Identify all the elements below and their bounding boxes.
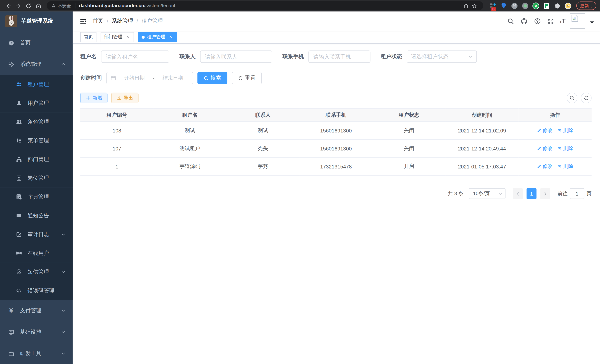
add-button-label: 新增 bbox=[93, 95, 102, 101]
sidebar-item-notice[interactable]: 通知公告 bbox=[0, 206, 73, 225]
share-button[interactable] bbox=[462, 1, 470, 10]
pagination-total: 共 3 条 bbox=[448, 190, 463, 197]
edit-link[interactable]: 修改 bbox=[537, 163, 553, 170]
extension-balloon-icon[interactable] bbox=[500, 2, 507, 9]
sidebar-item-infrastructure[interactable]: 基础设施 bbox=[0, 322, 73, 343]
browser-reload-button[interactable] bbox=[24, 1, 33, 10]
extensions-puzzle-icon[interactable] bbox=[553, 2, 561, 9]
export-button[interactable]: 导出 bbox=[111, 93, 138, 103]
page-number-button[interactable]: 1 bbox=[526, 188, 536, 199]
create-time-label: 创建时间 bbox=[80, 75, 102, 82]
sidebar-item-system[interactable]: 系统管理 bbox=[0, 54, 73, 75]
search-button[interactable]: 搜索 bbox=[197, 72, 227, 84]
filter-row-1: 租户名 联系人 联系手机 租户状态 请选择租户状态 bbox=[80, 50, 592, 63]
extension-tabs-icon[interactable]: 10 bbox=[489, 2, 497, 9]
tab-close-icon[interactable]: × bbox=[125, 34, 131, 40]
delete-link[interactable]: 删除 bbox=[558, 145, 573, 152]
calendar-icon bbox=[111, 75, 116, 81]
cell-contact: 芋艿 bbox=[226, 158, 300, 176]
toggle-search-button[interactable] bbox=[567, 93, 578, 103]
security-indicator[interactable]: 不安全 bbox=[51, 3, 71, 9]
contact-label: 联系人 bbox=[179, 53, 196, 60]
tab-label: 租户管理 bbox=[147, 34, 165, 40]
tab-close-icon[interactable]: × bbox=[168, 34, 173, 40]
sidebar-item-online-users[interactable]: 在线用户 bbox=[0, 244, 73, 262]
trash-icon bbox=[558, 164, 562, 169]
table-toolbar: 新增 导出 bbox=[80, 93, 592, 103]
pencil-icon bbox=[537, 146, 542, 151]
fullscreen-button[interactable] bbox=[546, 17, 555, 26]
breadcrumb-system[interactable]: 系统管理 bbox=[112, 18, 133, 25]
sidebar-item-user[interactable]: 用户管理 bbox=[0, 94, 73, 112]
page-size-select[interactable]: 10条/页 bbox=[469, 188, 506, 199]
sidebar-item-sms[interactable]: 短信管理 bbox=[0, 262, 73, 281]
browser-back-button[interactable] bbox=[4, 1, 13, 10]
col-contact: 联系人 bbox=[226, 109, 300, 121]
goto-page-input[interactable] bbox=[570, 188, 584, 199]
sidebar-item-role[interactable]: 角色管理 bbox=[0, 112, 73, 131]
sidebar-item-dict[interactable]: 字典管理 bbox=[0, 187, 73, 206]
tenant-name-label: 租户名 bbox=[80, 53, 96, 60]
chevron-right-icon bbox=[543, 191, 547, 196]
extension-record-icon[interactable] bbox=[521, 2, 529, 9]
bookmark-button[interactable] bbox=[470, 1, 478, 10]
edit-link[interactable]: 修改 bbox=[537, 145, 553, 152]
sidebar-item-label: 岗位管理 bbox=[28, 175, 49, 182]
sidebar-item-home[interactable]: 首页 bbox=[0, 32, 73, 54]
badge-icon bbox=[16, 175, 22, 181]
sidebar-logo[interactable]: 芋道管理系统 bbox=[0, 11, 73, 31]
back-arrow-icon bbox=[6, 3, 11, 9]
edit-link[interactable]: 修改 bbox=[537, 127, 553, 134]
reset-button[interactable]: 重置 bbox=[232, 72, 262, 84]
breadcrumb-home[interactable]: 首页 bbox=[93, 18, 103, 25]
delete-link[interactable]: 删除 bbox=[558, 163, 573, 170]
sidebar-collapse-button[interactable] bbox=[79, 17, 87, 25]
next-page-button[interactable] bbox=[540, 188, 550, 199]
extension-y-icon[interactable]: y bbox=[532, 2, 539, 9]
browser-menu-icon[interactable] bbox=[591, 3, 592, 8]
sidebar-item-menu[interactable]: 菜单管理 bbox=[0, 131, 73, 150]
sidebar-item-post[interactable]: 岗位管理 bbox=[0, 169, 73, 187]
cell-actions: 修改删除 bbox=[519, 158, 592, 176]
sidebar-item-dev-tools[interactable]: 研发工具 bbox=[0, 343, 73, 364]
sidebar-item-tenant[interactable]: 租户管理 bbox=[0, 75, 73, 94]
warning-icon bbox=[51, 3, 56, 8]
avatar-caret-icon[interactable] bbox=[590, 21, 594, 24]
address-bar[interactable]: 不安全 dashboard.yudao.iocoder.cn/system/te… bbox=[47, 1, 483, 10]
browser-forward-button[interactable] bbox=[14, 1, 23, 10]
contact-input[interactable] bbox=[200, 50, 272, 63]
url-text: dashboard.yudao.iocoder.cn/system/tenant bbox=[79, 3, 462, 9]
extension-command-icon[interactable]: ⌘ bbox=[511, 2, 518, 9]
create-time-range-picker[interactable]: 开始日期 - 结束日期 bbox=[106, 72, 193, 84]
broken-image-icon bbox=[571, 14, 579, 22]
delete-link[interactable]: 删除 bbox=[558, 127, 573, 134]
sidebar-item-error-code[interactable]: 错误码管理 bbox=[0, 281, 73, 300]
header-search-button[interactable] bbox=[506, 17, 515, 26]
user-avatar[interactable] bbox=[570, 13, 585, 29]
font-size-button[interactable]: TT bbox=[560, 18, 566, 24]
browser-home-button[interactable] bbox=[34, 1, 43, 10]
add-button[interactable]: 新增 bbox=[80, 93, 107, 103]
browser-update-button[interactable]: 更新 bbox=[576, 1, 596, 10]
github-link[interactable] bbox=[519, 17, 529, 26]
extension-flag-icon[interactable] bbox=[543, 2, 550, 9]
tenant-name-input[interactable] bbox=[101, 50, 169, 63]
sidebar-item-payment[interactable]: ¥ 支付管理 bbox=[0, 300, 73, 322]
prev-page-button[interactable] bbox=[513, 188, 523, 199]
cell-actions: 修改删除 bbox=[519, 140, 592, 158]
tab-home[interactable]: 首页 bbox=[80, 32, 96, 42]
tab-dept[interactable]: 部门管理 × bbox=[101, 32, 134, 42]
sidebar-item-label: 首页 bbox=[20, 39, 31, 46]
refresh-table-button[interactable] bbox=[581, 93, 592, 103]
tab-tenant[interactable]: 租户管理 × bbox=[138, 32, 177, 42]
date-separator: - bbox=[153, 75, 154, 81]
github-icon bbox=[521, 18, 527, 24]
extension-smiley-icon[interactable] bbox=[564, 2, 572, 9]
mobile-input[interactable] bbox=[308, 50, 370, 63]
sidebar-item-audit-log[interactable]: 审计日志 bbox=[0, 225, 73, 244]
sidebar-item-dept[interactable]: 部门管理 bbox=[0, 150, 73, 169]
help-button[interactable] bbox=[533, 17, 542, 26]
goto-label: 前往 bbox=[558, 190, 568, 197]
cell-create-time: 2021-01-05 17:03:47 bbox=[445, 158, 519, 176]
status-select[interactable]: 请选择租户状态 bbox=[407, 50, 477, 63]
